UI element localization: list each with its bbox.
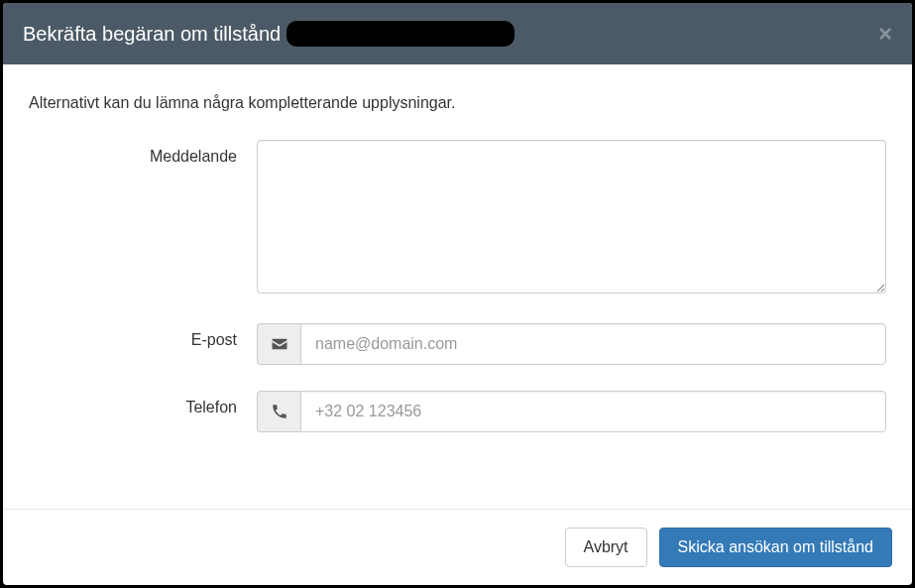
close-icon: × [878, 20, 892, 47]
email-input-group [257, 323, 886, 365]
email-wrap [257, 323, 886, 365]
email-row: E-post [29, 323, 886, 365]
close-button[interactable]: × [878, 22, 892, 46]
message-textarea[interactable] [257, 140, 886, 294]
message-row: Meddelande [29, 140, 886, 297]
modal-header: Bekräfta begäran om tillstånd × [3, 3, 912, 64]
phone-wrap [257, 391, 886, 432]
modal-title: Bekräfta begäran om tillstånd [23, 23, 281, 46]
message-wrap [257, 140, 886, 297]
phone-field[interactable] [300, 391, 886, 432]
envelope-icon [257, 323, 300, 365]
email-label: E-post [29, 323, 257, 349]
phone-row: Telefon [29, 391, 886, 432]
cancel-button[interactable]: Avbryt [565, 528, 647, 567]
redacted-text [286, 21, 515, 47]
phone-input-group [257, 391, 886, 432]
submit-button[interactable]: Skicka ansökan om tillstånd [659, 528, 892, 567]
modal-body: Alternativt kan du lämna några komplette… [3, 64, 912, 509]
modal-footer: Avbryt Skicka ansökan om tillstånd [3, 509, 912, 585]
confirm-permission-modal: Bekräfta begäran om tillstånd × Alternat… [3, 3, 912, 585]
phone-label: Telefon [29, 391, 257, 416]
message-label: Meddelande [29, 140, 257, 166]
phone-icon [257, 391, 300, 432]
modal-title-wrap: Bekräfta begäran om tillstånd [23, 21, 515, 47]
intro-text: Alternativt kan du lämna några komplette… [29, 94, 886, 112]
email-field[interactable] [300, 323, 886, 365]
